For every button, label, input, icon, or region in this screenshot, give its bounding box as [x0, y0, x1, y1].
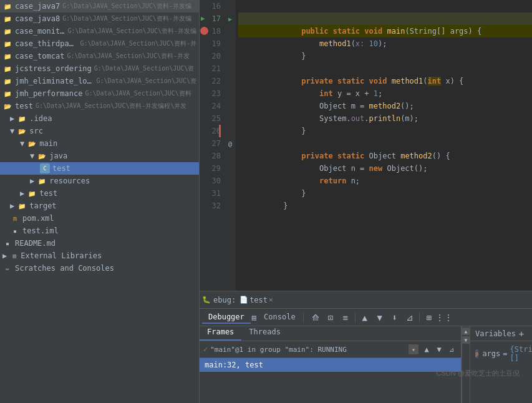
- thread-filter-btn[interactable]: ⊿: [446, 344, 457, 355]
- gutter-21: [225, 62, 236, 75]
- sidebar-item-path: G:\Data\JAVA_Section\JUC\资料-并: [80, 39, 196, 48]
- gutter-28: [225, 150, 236, 162]
- sidebar-item-test-dir[interactable]: ▶ 📁 test: [0, 187, 199, 200]
- gutter-29: [225, 162, 236, 175]
- tab-threads[interactable]: Threads: [241, 326, 288, 341]
- sidebar-item-jmh_eliminate[interactable]: 📁 jmh_eliminate_locks G:\Data\JAVA_Secti…: [0, 75, 199, 87]
- sidebar-item-scratches[interactable]: ✏ Scratches and Consoles: [0, 262, 199, 274]
- debug-session-label: ebug:: [213, 296, 236, 304]
- sidebar-item-case_thirdpart[interactable]: 📁 case_thirdpart G:\Data\JAVA_Section\JU…: [0, 37, 199, 50]
- var-equals: =: [503, 349, 507, 358]
- tab-console[interactable]: Console: [258, 311, 302, 324]
- line-number-21: 21: [200, 62, 221, 75]
- tab-frames[interactable]: Frames: [200, 326, 241, 341]
- folder-open-icon: 📂: [17, 126, 27, 136]
- line-number-18: 18: [200, 25, 221, 37]
- var-item-args[interactable]: p args = {String[0]@486} []: [470, 344, 532, 364]
- line-number-20: 20: [200, 50, 221, 62]
- debug-right-panel: Variables + p args = {String[0]@486} []: [470, 326, 532, 403]
- sidebar-item-label: test.iml: [22, 226, 59, 235]
- filter-btn[interactable]: ⊿: [403, 311, 417, 324]
- dump-btn[interactable]: ⬇: [388, 311, 402, 324]
- scroll-down-btn[interactable]: ▼: [462, 336, 470, 344]
- sidebar-item-path: G:\Data\JAVA_Section\JUC\资料-并发编: [62, 2, 191, 11]
- watermark: CSDN @爱吃芝士的土豆倪: [437, 369, 520, 378]
- md-icon: ▪: [2, 238, 12, 248]
- thread-down-btn[interactable]: ▼: [433, 344, 445, 355]
- thread-up-btn[interactable]: ▲: [421, 344, 432, 355]
- sidebar-item-path: G:\Data\JAVA_Section\JUC\资料-并发: [67, 52, 190, 61]
- console-icon: ▤: [252, 313, 256, 322]
- line-number-25: 25: [200, 112, 221, 125]
- editor-area: 16 ▶17 18 19 20 21 22 23 24 25 26 27 28: [200, 0, 532, 403]
- thread-check-icon: ✓: [203, 345, 208, 354]
- thread-dropdown[interactable]: ▾: [409, 344, 418, 354]
- code-content[interactable]: public static void main(String[] args) {…: [236, 0, 532, 291]
- grid-btn[interactable]: ⊞: [422, 311, 436, 324]
- sidebar-item-case_monitor[interactable]: 📁 case_monitor G:\Data\JAVA_Section\JUC\…: [0, 25, 199, 37]
- debug-panel: 🐛 ebug: 📄 test ✕ Debugger ▤ Console ⟰ ⊡ …: [200, 291, 532, 403]
- panel-scroll: ▲ ▼: [462, 326, 470, 403]
- sidebar-item-idea[interactable]: ▶ 📁 .idea: [0, 112, 199, 125]
- folder-icon: 📁: [2, 39, 12, 49]
- folder-icon: 📁: [2, 14, 12, 24]
- gutter-27: @: [225, 137, 236, 150]
- columns-btn[interactable]: ⋮⋮: [437, 311, 451, 324]
- sidebar-item-main[interactable]: ▼ 📂 main: [0, 137, 199, 150]
- sidebar-item-test-class[interactable]: C test: [0, 162, 199, 175]
- sidebar-item-label: jmh_performance: [15, 89, 82, 98]
- sidebar-item-case_java7[interactable]: 📁 case_java7 G:\Data\JAVA_Section\JUC\资料…: [0, 0, 199, 12]
- sidebar-item-label: Scratches and Consoles: [15, 264, 114, 273]
- library-icon: ⊞: [9, 251, 19, 261]
- sidebar-item-case_tomcat[interactable]: 📁 case_tomcat G:\Data\JAVA_Section\JUC\资…: [0, 50, 199, 62]
- close-all-btn[interactable]: ⊡: [324, 311, 337, 324]
- sidebar-item-case_java8[interactable]: 📁 case_java8 G:\Data\JAVA_Section\JUC\资料…: [0, 12, 199, 25]
- sidebar-item-label: case_thirdpart: [15, 39, 77, 48]
- class-icon: C: [40, 163, 50, 173]
- folder-open-icon: 📂: [2, 101, 12, 111]
- sidebar-item-src[interactable]: ▼ 📂 src: [0, 125, 199, 137]
- add-variable-btn[interactable]: +: [516, 328, 527, 339]
- restore-btn[interactable]: ⟰: [309, 311, 322, 324]
- gutter-19: [225, 37, 236, 50]
- up-btn[interactable]: ▲: [358, 311, 372, 324]
- code-line-16: [238, 0, 532, 12]
- scroll-up-btn[interactable]: ▲: [462, 328, 470, 335]
- debug-tab-close[interactable]: ✕: [269, 296, 273, 304]
- variables-header-row: Variables +: [470, 326, 532, 341]
- gutter-25: [225, 112, 236, 125]
- sidebar-item-target[interactable]: ▶ 📁 target: [0, 200, 199, 212]
- sidebar-item-jcstress[interactable]: 📁 jcstress_ordering G:\Data\JAVA_Section…: [0, 62, 199, 75]
- sidebar-item-iml[interactable]: ▪ test.iml: [0, 225, 199, 237]
- code-editor: 16 ▶17 18 19 20 21 22 23 24 25 26 27 28: [200, 0, 532, 291]
- frame-item-main[interactable]: main:32, test: [200, 358, 461, 372]
- sidebar-item-jmh_performance[interactable]: 📁 jmh_performance G:\Data\JAVA_Section\J…: [0, 87, 199, 100]
- code-line-21: private static void method1(int x) {: [238, 62, 532, 75]
- var-p-icon: p: [475, 349, 478, 358]
- sep3: [419, 313, 420, 323]
- tab-debugger[interactable]: Debugger: [202, 311, 251, 324]
- frame-list: main:32, test: [200, 358, 461, 403]
- sidebar-item-pom[interactable]: m pom.xml: [0, 212, 199, 225]
- gutter-26: [225, 125, 236, 137]
- sidebar-item-path: G:\Data\JAVA_Section\JUC\资料: [85, 89, 191, 98]
- var-name-args: args: [482, 349, 500, 358]
- debug-body: Frames Threads ✓ "main"@1 in group "main…: [200, 326, 532, 403]
- tab-file-icon: 📄: [239, 296, 248, 304]
- line-number-32: 32: [200, 200, 221, 212]
- sidebar: 📁 case_java7 G:\Data\JAVA_Section\JUC\资料…: [0, 0, 200, 403]
- gutter-18: [225, 25, 236, 37]
- sidebar-item-path: G:\Data\JAVA_Section\JUC\资料-并发编程\并发: [36, 102, 187, 110]
- gutter-23: [225, 87, 236, 100]
- sidebar-item-readme[interactable]: ▪ README.md: [0, 237, 199, 250]
- sidebar-item-label: test: [39, 189, 57, 198]
- sidebar-item-java-dir[interactable]: ▼ 📂 java: [0, 150, 199, 162]
- sidebar-item-resources[interactable]: ▶ 📁 resources: [0, 175, 199, 187]
- settings-btn[interactable]: ≡: [339, 311, 352, 324]
- sidebar-item-label: External Libraries: [21, 251, 102, 260]
- down-btn[interactable]: ▼: [373, 311, 387, 324]
- line-number-30: 30: [200, 175, 221, 187]
- folder-open-icon: 📂: [37, 151, 47, 161]
- sidebar-item-external-libraries[interactable]: ▶ ⊞ External Libraries: [0, 250, 199, 262]
- sidebar-item-test[interactable]: 📂 test G:\Data\JAVA_Section\JUC\资料-并发编程\…: [0, 100, 199, 112]
